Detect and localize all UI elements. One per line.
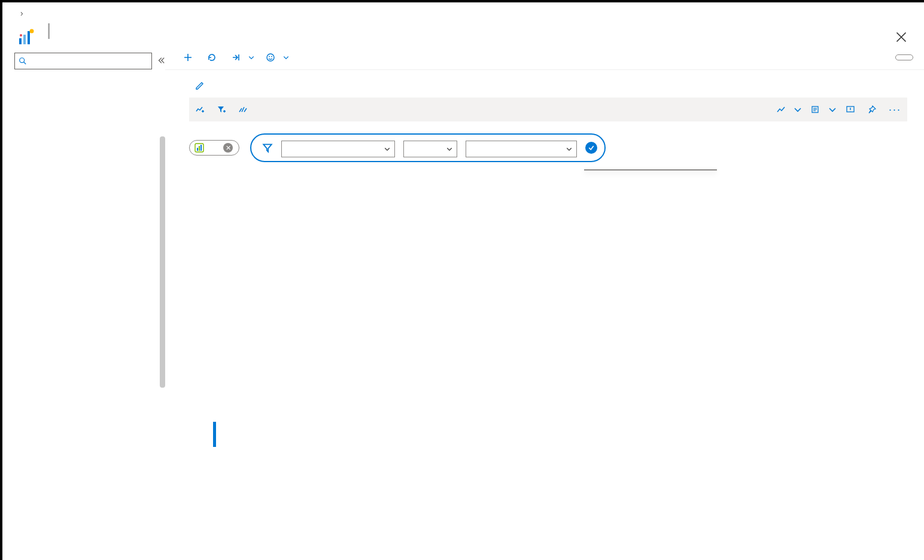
logs-icon: [811, 105, 820, 114]
chevron-down-icon: [282, 54, 290, 61]
filter-icon: [217, 105, 226, 114]
main-content: ··· ✕: [165, 47, 924, 541]
chevron-down-icon: [248, 54, 255, 61]
chart-legend: [213, 422, 907, 447]
legend-color: [213, 422, 216, 447]
edit-icon[interactable]: [195, 81, 205, 90]
search-input[interactable]: [14, 53, 152, 69]
check-icon: [588, 144, 595, 151]
svg-point-7: [267, 54, 274, 61]
sidebar: [2, 47, 165, 541]
sidebar-scrollbar[interactable]: [160, 136, 165, 388]
alert-icon: [846, 105, 855, 114]
svg-point-3: [30, 29, 34, 34]
svg-rect-14: [199, 146, 200, 151]
share-icon: [231, 53, 241, 62]
svg-rect-13: [197, 148, 198, 151]
new-alert-button[interactable]: [846, 105, 859, 114]
share-button[interactable]: [231, 53, 255, 62]
smiley-icon: [266, 53, 275, 62]
funnel-icon: [262, 142, 273, 153]
svg-point-9: [271, 56, 272, 57]
svg-rect-15: [200, 145, 202, 151]
sidebar-collapse[interactable]: [157, 56, 165, 66]
title-separator: |: [47, 20, 51, 39]
metrics-icon: [17, 28, 36, 47]
filter-pill: [250, 133, 606, 162]
svg-line-6: [24, 62, 26, 65]
chevron-down-icon: [793, 105, 803, 114]
line-chart-icon: [776, 105, 786, 114]
chart-toolbar: ···: [189, 98, 907, 121]
filter-row: ✕: [189, 133, 907, 162]
new-chart-button[interactable]: [183, 53, 196, 62]
metrics-toolbar: [165, 47, 924, 70]
refresh-button[interactable]: [207, 53, 220, 62]
more-button[interactable]: ···: [889, 104, 901, 116]
svg-rect-1: [23, 35, 26, 44]
chevron-double-left-icon: [157, 56, 165, 65]
page-title: |: [42, 20, 56, 39]
chart-title: [189, 81, 907, 90]
apply-splitting-button[interactable]: [238, 105, 251, 114]
property-select[interactable]: [281, 141, 395, 157]
breadcrumb-separator: ›: [20, 8, 23, 18]
metric-chip[interactable]: ✕: [189, 140, 239, 156]
split-icon: [238, 105, 248, 114]
time-range-picker[interactable]: [895, 54, 913, 60]
chevron-down-icon: [566, 145, 573, 153]
add-metric-icon: [195, 105, 205, 114]
svg-point-5: [20, 58, 25, 63]
svg-point-8: [269, 56, 270, 57]
svg-rect-0: [19, 38, 22, 44]
add-metric-button[interactable]: [195, 105, 208, 114]
chip-remove[interactable]: ✕: [223, 143, 233, 153]
refresh-icon: [207, 53, 217, 62]
breadcrumb: ›: [2, 2, 924, 20]
chart-plot: [189, 176, 907, 404]
close-icon[interactable]: [895, 31, 907, 43]
filter-confirm[interactable]: [585, 142, 597, 154]
svg-point-4: [20, 34, 22, 36]
chevron-down-icon: [828, 105, 837, 114]
drill-logs-button[interactable]: [811, 105, 837, 114]
chevron-down-icon: [384, 145, 391, 153]
pin-icon: [867, 105, 877, 114]
svg-rect-2: [28, 31, 30, 44]
search-icon: [19, 57, 27, 65]
feedback-button[interactable]: [266, 53, 290, 62]
resource-icon: [194, 143, 204, 153]
line-chart-button[interactable]: [776, 105, 803, 114]
chevron-down-icon: [446, 145, 453, 153]
values-dropdown: [584, 169, 717, 171]
operator-select[interactable]: [403, 141, 457, 157]
pin-button[interactable]: [867, 105, 880, 114]
values-select[interactable]: [466, 141, 577, 157]
plus-icon: [183, 53, 193, 62]
add-filter-button[interactable]: [217, 105, 230, 114]
